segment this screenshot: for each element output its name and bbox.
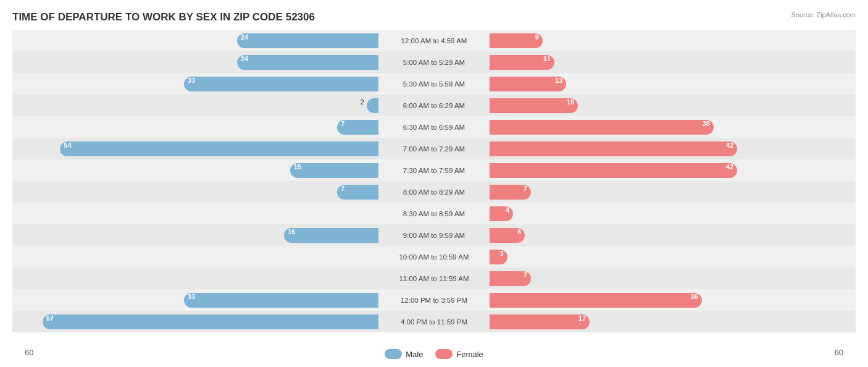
- male-bar: 7: [337, 120, 378, 135]
- female-value: 15: [567, 98, 574, 106]
- male-bar: 33: [184, 293, 378, 308]
- female-value: 38: [703, 120, 710, 127]
- chart-row: 5:30 AM to 5:59 AM3313: [12, 73, 856, 95]
- chart-row: 6:30 AM to 6:59 AM738: [12, 116, 856, 138]
- chart-row: 10:00 AM to 10:59 AM3: [12, 246, 856, 268]
- female-value: 6: [517, 228, 521, 235]
- female-value: 42: [726, 141, 733, 149]
- female-value: 9: [535, 33, 539, 41]
- male-value: 7: [341, 185, 344, 192]
- male-bar: 15: [290, 163, 378, 178]
- male-value: 33: [188, 293, 195, 300]
- female-value: 7: [524, 185, 527, 192]
- male-bar: 16: [284, 228, 378, 243]
- male-value: 15: [294, 163, 301, 171]
- female-bar: 38: [490, 120, 714, 135]
- male-value: 33: [188, 77, 195, 84]
- chart-row: 7:00 AM to 7:29 AM5442: [12, 138, 856, 159]
- female-bar: 3: [490, 250, 507, 264]
- female-bar: 7: [490, 185, 531, 200]
- male-bar: 57: [43, 314, 378, 329]
- chart-row: 4:00 PM to 11:59 PM5717: [12, 311, 856, 332]
- female-value: 36: [691, 293, 698, 300]
- female-bar: 15: [490, 98, 578, 113]
- female-value: 7: [524, 271, 527, 279]
- male-bar: 33: [184, 77, 378, 91]
- source-text: Source: ZipAtlas.com: [791, 11, 856, 19]
- female-swatch: [435, 349, 453, 359]
- legend-female-label: Female: [456, 350, 483, 359]
- chart-title: TIME OF DEPARTURE TO WORK BY SEX IN ZIP …: [12, 11, 856, 23]
- male-bar: 54: [60, 141, 378, 156]
- female-value: 4: [506, 206, 509, 214]
- chart-row: 8:00 AM to 8:29 AM77: [12, 181, 856, 203]
- axis-label-left: 60: [25, 348, 33, 357]
- chart-container: TIME OF DEPARTURE TO WORK BY SEX IN ZIP …: [0, 0, 868, 367]
- chart-row: 11:00 AM to 11:59 AM7: [12, 268, 856, 289]
- female-value: 42: [726, 163, 733, 171]
- male-value: 7: [341, 120, 344, 127]
- female-bar: 13: [490, 77, 566, 91]
- female-bar: 6: [490, 228, 525, 243]
- female-bar: 17: [490, 314, 590, 329]
- legend-male-label: Male: [406, 350, 423, 359]
- chart-row: 6:00 AM to 6:29 AM215: [12, 95, 856, 116]
- female-bar: 36: [490, 293, 702, 308]
- female-bar: 42: [490, 141, 737, 156]
- male-value: 2: [361, 98, 364, 106]
- male-value: 16: [288, 228, 295, 235]
- male-bar: 7: [337, 185, 378, 200]
- chart-row: 8:30 AM to 8:59 AM4: [12, 203, 856, 224]
- male-bar: 24: [237, 55, 378, 70]
- female-value: 17: [578, 314, 586, 322]
- male-swatch: [385, 349, 402, 359]
- female-bar: 11: [490, 55, 554, 70]
- axis-label-right: 60: [835, 348, 843, 357]
- male-bar: 2: [367, 98, 378, 113]
- female-bar: 42: [490, 163, 737, 178]
- chart-row: 12:00 PM to 3:59 PM3336: [12, 289, 856, 311]
- male-value: 24: [241, 55, 248, 62]
- legend-female: Female: [435, 349, 483, 359]
- female-value: 13: [555, 77, 562, 84]
- female-bar: 9: [490, 33, 543, 48]
- female-value: 11: [543, 55, 551, 62]
- chart-row: 5:00 AM to 5:29 AM2411: [12, 51, 856, 73]
- male-value: 57: [46, 314, 54, 322]
- female-value: 3: [500, 250, 504, 257]
- chart-row: 12:00 AM to 4:59 AM249: [12, 30, 856, 51]
- chart-row: 7:30 AM to 7:59 AM1542: [12, 159, 856, 181]
- male-bar: 24: [237, 33, 378, 48]
- legend-male: Male: [385, 349, 423, 359]
- female-bar: 4: [490, 206, 513, 221]
- male-value: 24: [241, 33, 248, 41]
- chart-row: 9:00 AM to 9:59 AM166: [12, 224, 856, 246]
- female-bar: 7: [490, 271, 531, 286]
- male-value: 54: [64, 141, 71, 149]
